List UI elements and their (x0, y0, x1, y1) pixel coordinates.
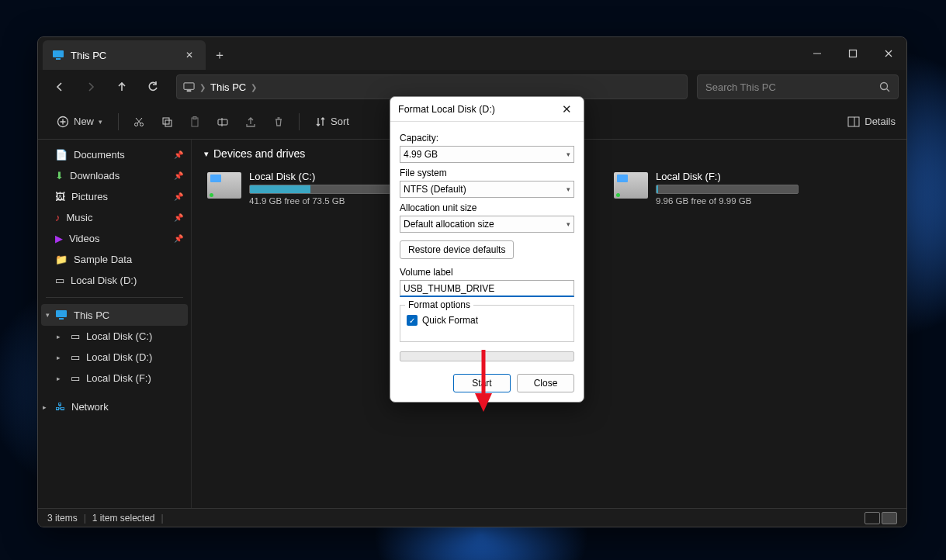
filesystem-select[interactable]: NTFS (Default)▾ (400, 181, 574, 198)
sidebar-item-label: Local Disk (C:) (86, 330, 152, 342)
maximize-button[interactable] (835, 37, 871, 70)
sort-icon (315, 116, 326, 127)
pin-icon: 📌 (174, 213, 183, 222)
chevron-right-icon[interactable]: ▸ (57, 354, 61, 361)
dialog-title-text: Format Local Disk (D:) (398, 104, 495, 115)
sidebar-item-sample-data[interactable]: 📁Sample Data (38, 249, 191, 270)
quick-format-checkbox-row[interactable]: ✓ Quick Format (407, 315, 567, 326)
search-input[interactable]: Search This PC (697, 74, 899, 99)
chevron-right-icon[interactable]: ▸ (43, 403, 47, 411)
rename-button[interactable] (210, 111, 235, 133)
chevron-down-icon: ▾ (99, 118, 102, 126)
separator: | (161, 513, 164, 524)
details-icon (847, 116, 860, 127)
dialog-titlebar[interactable]: Format Local Disk (D:) ✕ (390, 97, 584, 122)
folder-icon: 📁 (55, 254, 68, 265)
delete-button[interactable] (266, 111, 291, 133)
pin-icon: 📌 (174, 150, 183, 159)
sidebar-item-local-disk-f[interactable]: ▸▭Local Disk (F:) (38, 368, 191, 389)
svg-rect-0 (53, 50, 64, 57)
sidebar-item-music[interactable]: ♪Music📌 (38, 207, 191, 228)
sidebar-item-label: Local Disk (D:) (71, 275, 137, 286)
sort-label: Sort (331, 116, 349, 127)
svg-rect-26 (59, 318, 64, 320)
chevron-down-icon[interactable]: ▾ (46, 311, 50, 319)
status-item-count: 3 items (47, 513, 78, 524)
chevron-right-icon[interactable]: ▸ (57, 375, 61, 382)
picture-icon: 🖼 (55, 191, 65, 202)
drive-usage-bar (656, 185, 799, 194)
sort-button[interactable]: Sort (307, 111, 357, 132)
tab-close-button[interactable]: ✕ (182, 48, 196, 62)
svg-rect-3 (850, 50, 857, 57)
drive-info: Local Disk (C:) 41.9 GB free of 73.5 GB (249, 171, 392, 206)
new-tab-button[interactable]: ＋ (206, 40, 234, 70)
sidebar-item-label: Network (71, 401, 109, 413)
forward-button[interactable] (77, 74, 105, 99)
drive-free-text: 41.9 GB free of 73.5 GB (249, 196, 392, 206)
allocation-select[interactable]: Default allocation size▾ (400, 216, 574, 233)
drive-item-f[interactable]: Local Disk (F:) 9.96 GB free of 9.99 GB (611, 168, 802, 209)
details-pane-button[interactable]: Details (847, 116, 896, 127)
sidebar-item-label: Documents (74, 149, 125, 161)
drive-usage-bar (249, 185, 392, 194)
monitor-icon (183, 81, 195, 93)
refresh-button[interactable] (139, 74, 167, 99)
clipboard-icon (189, 116, 201, 128)
drive-free-text: 9.96 GB free of 9.99 GB (656, 196, 799, 206)
drive-item-c[interactable]: Local Disk (C:) 41.9 GB free of 73.5 GB (204, 168, 395, 209)
close-button[interactable] (871, 37, 906, 70)
tab-this-pc[interactable]: This PC ✕ (43, 40, 206, 70)
sidebar-item-downloads[interactable]: ⬇Downloads📌 (38, 165, 191, 186)
up-button[interactable] (108, 74, 136, 99)
restore-defaults-button[interactable]: Restore device defaults (400, 240, 514, 259)
cut-button[interactable] (126, 111, 151, 133)
breadcrumb-location[interactable]: This PC (210, 81, 246, 93)
capacity-value: 4.99 GB (404, 149, 438, 160)
svg-rect-1 (56, 58, 61, 60)
trash-icon (272, 116, 285, 128)
sidebar-item-local-disk-d-tree[interactable]: ▸▭Local Disk (D:) (38, 347, 191, 368)
svg-point-13 (135, 123, 138, 126)
minimize-button[interactable] (799, 37, 835, 70)
quick-format-checkbox[interactable]: ✓ (407, 315, 418, 326)
back-button[interactable] (46, 74, 74, 99)
capacity-select[interactable]: 4.99 GB▾ (400, 146, 574, 163)
chevron-right-icon[interactable]: ▸ (57, 333, 61, 340)
sidebar-item-label: This PC (74, 309, 109, 321)
drive-name: Local Disk (C:) (249, 171, 392, 182)
sidebar-item-local-disk-c[interactable]: ▸▭Local Disk (C:) (38, 326, 191, 347)
dialog-close-button[interactable]: ✕ (557, 100, 576, 119)
sidebar-item-pictures[interactable]: 🖼Pictures📌 (38, 186, 191, 207)
sidebar-item-documents[interactable]: 📄Documents📌 (38, 144, 191, 165)
separator: | (84, 513, 86, 524)
details-view-button[interactable] (865, 512, 880, 524)
svg-rect-21 (218, 119, 227, 125)
copy-button[interactable] (154, 111, 179, 133)
filesystem-value: NTFS (Default) (404, 184, 466, 195)
rename-icon (217, 116, 229, 128)
volume-label-label: Volume label (400, 267, 574, 278)
format-options-group: Format options ✓ Quick Format (400, 305, 574, 342)
sidebar-item-local-disk-d[interactable]: ▭Local Disk (D:) (38, 270, 191, 291)
separator (46, 297, 183, 298)
volume-label-input[interactable] (400, 280, 574, 297)
drive-icon: ▭ (55, 275, 64, 286)
sidebar-item-videos[interactable]: ▶Videos📌 (38, 228, 191, 249)
chevron-right-icon[interactable]: ❯ (251, 83, 257, 92)
window-controls (799, 37, 906, 70)
new-button[interactable]: New ▾ (49, 111, 110, 133)
chevron-right-icon: ❯ (199, 83, 206, 92)
sidebar-item-network[interactable]: ▸🖧Network (38, 396, 191, 417)
sidebar-item-this-pc[interactable]: ▾This PC (41, 304, 188, 326)
start-button[interactable]: Start (453, 374, 511, 392)
sidebar-item-label: Local Disk (F:) (86, 372, 151, 384)
scissors-icon (133, 116, 145, 128)
thumbnails-view-button[interactable] (882, 512, 897, 524)
share-button[interactable] (238, 111, 263, 133)
close-dialog-button[interactable]: Close (517, 374, 574, 392)
sidebar-item-label: Pictures (71, 191, 108, 202)
paste-button[interactable] (182, 111, 207, 133)
plus-circle-icon (57, 116, 69, 128)
group-header-label: Devices and drives (213, 147, 305, 160)
